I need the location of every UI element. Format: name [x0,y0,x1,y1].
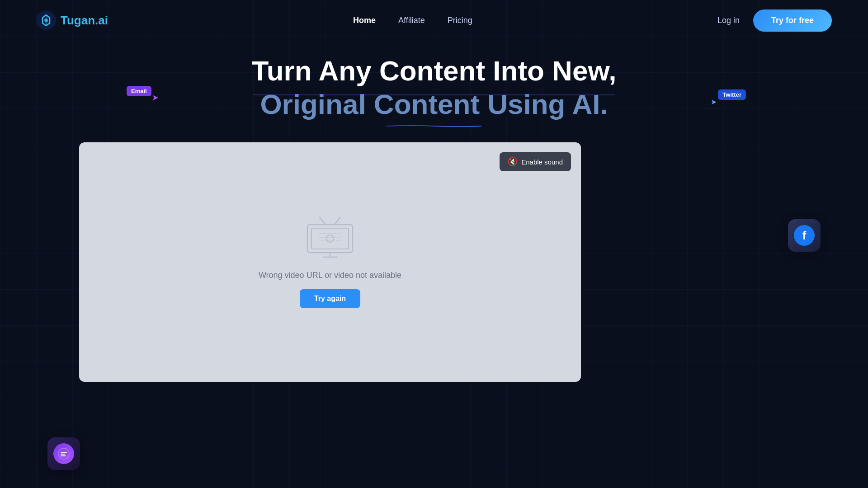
svg-rect-16 [61,455,66,456]
svg-rect-5 [311,228,349,249]
twitter-badge-label: Twitter [718,89,746,100]
logo-icon [36,10,56,30]
main-nav: Home Affiliate Pricing [353,16,472,25]
tv-error-icon [301,216,359,262]
floating-twitter-badge: ➤ Twitter [718,89,746,100]
logo[interactable]: Tugan.ai [36,10,108,30]
try-again-button[interactable]: Try again [300,289,360,308]
twitter-cursor-icon: ➤ [711,98,717,106]
hero-title-line1: Turn Any Content Into New, [251,55,616,86]
svg-point-1 [44,19,48,22]
video-error-container: Wrong video URL or video not available T… [259,216,401,308]
nav-home[interactable]: Home [353,16,376,25]
mute-icon: 🔇 [508,157,518,167]
facebook-float-button[interactable]: f [788,219,821,252]
enable-sound-button[interactable]: 🔇 Enable sound [500,152,571,171]
svg-rect-4 [307,225,353,253]
video-error-message: Wrong video URL or video not available [259,271,401,280]
try-free-button[interactable]: Try for free [753,9,832,32]
hero-title-line2: Original Content Using AI. [260,89,608,120]
svg-rect-15 [61,454,65,455]
chat-widget-button[interactable] [47,437,80,470]
logo-text: Tugan.ai [61,14,108,28]
enable-sound-label: Enable sound [521,158,563,166]
logo-text-accent: .ai [95,14,108,27]
svg-line-2 [320,217,326,225]
floating-email-badge: Email ➤ [127,86,151,96]
svg-line-3 [335,217,340,225]
header-actions: Log in Try for free [717,9,832,32]
nav-pricing[interactable]: Pricing [448,16,472,25]
facebook-icon: f [794,225,815,246]
login-button[interactable]: Log in [717,16,740,25]
chat-icon [53,443,74,464]
logo-text-main: Tugan [61,14,95,27]
email-cursor-icon: ➤ [152,93,159,103]
svg-rect-14 [61,452,67,453]
video-player-container: 🔇 Enable sound Wrong video URL or video … [79,142,581,382]
header: Tugan.ai Home Affiliate Pricing Log in T… [0,0,868,41]
hero-title: Turn Any Content Into New, Original Cont… [251,54,616,122]
email-badge-label: Email [127,86,151,96]
hero-underline-decoration [339,125,529,127]
nav-affiliate[interactable]: Affiliate [398,16,425,25]
hero-section: Email ➤ ➤ Twitter Turn Any Content Into … [0,41,868,127]
